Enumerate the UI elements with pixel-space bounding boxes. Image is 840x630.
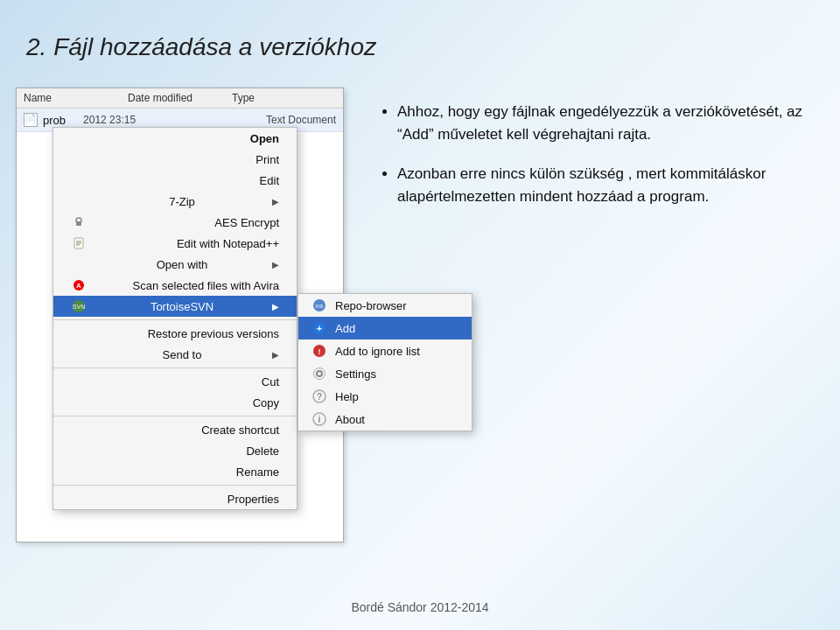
ctx-copy[interactable]: Copy (53, 392, 297, 413)
sub-about[interactable]: i About (298, 408, 472, 430)
svg-point-17 (314, 368, 326, 380)
svg-text:A: A (76, 282, 81, 290)
ctx-avira[interactable]: A Scan selected files with Avira (53, 275, 297, 296)
col-name: Name (24, 92, 128, 104)
ctx-delete[interactable]: Delete (53, 440, 297, 461)
text-panel: Ahhoz, hogy egy fájlnak engedélyezzük a … (376, 101, 822, 224)
separator4 (53, 485, 297, 486)
aes-icon (71, 215, 87, 229)
ctx-openwith[interactable]: Open with ▶ (53, 254, 297, 275)
explorer-header: Name Date modified Type (17, 88, 343, 108)
arrow-icon2: ▶ (272, 260, 279, 270)
svg-text:i: i (318, 415, 321, 424)
col-date: Date modified (128, 92, 232, 104)
tortoise-submenu: RB Repo-browser + Add ! Add to ignore li… (298, 293, 472, 431)
sub-add[interactable]: + Add (298, 317, 472, 340)
sub-add-ignore[interactable]: ! Add to ignore list (298, 340, 472, 362)
open-icon (71, 131, 87, 145)
about-icon: i (311, 412, 328, 426)
7zip-icon (71, 194, 87, 208)
add-icon: + (311, 321, 328, 335)
file-icon: 📄 (24, 113, 38, 127)
settings-icon (311, 367, 328, 381)
openwith-icon (71, 257, 87, 271)
file-date: 2012 23:15 (66, 114, 266, 126)
separator1 (53, 319, 297, 320)
svg-text:+: + (317, 323, 322, 333)
ctx-createshortcut[interactable]: Create shortcut (53, 419, 297, 440)
context-menu: Open Print Edit 7-Zip ▶ AES Encrypt Edit… (52, 127, 298, 510)
svg-text:?: ? (317, 392, 322, 402)
notepad-icon (71, 236, 87, 250)
page-title: 2. Fájl hozzáadása a verziókhoz (26, 33, 376, 61)
rename-icon (71, 465, 87, 479)
delete-icon (71, 444, 87, 458)
avira-icon: A (71, 278, 87, 292)
file-type: Text Document (266, 114, 336, 126)
arrow-icon4: ▶ (272, 350, 279, 360)
restore-icon (71, 326, 87, 340)
repo-icon: RB (311, 298, 328, 312)
print-icon (71, 152, 87, 166)
file-name: prob (43, 114, 66, 127)
ctx-open[interactable]: Open (53, 128, 297, 149)
svg-text:!: ! (318, 347, 321, 356)
ctx-notepad[interactable]: Edit with Notepad++ (53, 233, 297, 254)
sendto-icon (71, 347, 87, 361)
sub-settings[interactable]: Settings (298, 362, 472, 385)
copy-icon (71, 396, 87, 410)
ctx-restore[interactable]: Restore previous versions (53, 323, 297, 344)
ctx-tortoisesvn[interactable]: SVN TortoiseSVN ▶ (53, 296, 297, 317)
help-icon: ? (311, 389, 328, 403)
ctx-properties[interactable]: Properties (53, 488, 297, 509)
tortoise-icon: SVN (71, 299, 87, 313)
svg-text:RB: RB (316, 304, 323, 309)
col-type: Type (232, 92, 336, 104)
sub-help[interactable]: ? Help (298, 385, 472, 408)
ctx-edit[interactable]: Edit (53, 170, 297, 191)
ctx-rename[interactable]: Rename (53, 461, 297, 482)
ctx-sendto[interactable]: Send to ▶ (53, 344, 297, 365)
svg-text:SVN: SVN (73, 304, 85, 310)
sub-repo-browser[interactable]: RB Repo-browser (298, 294, 472, 317)
arrow-icon3: ▶ (272, 302, 279, 312)
ctx-7zip[interactable]: 7-Zip ▶ (53, 191, 297, 212)
shortcut-icon (71, 423, 87, 437)
ignore-icon: ! (311, 344, 328, 358)
ctx-cut[interactable]: Cut (53, 371, 297, 392)
arrow-icon: ▶ (272, 197, 279, 206)
separator2 (53, 368, 297, 368)
svg-point-16 (317, 371, 322, 376)
bullet1: Ahhoz, hogy egy fájlnak engedélyezzük a … (397, 101, 822, 147)
footer: Bordé Sándor 2012-2014 (351, 600, 488, 614)
ctx-aes[interactable]: AES Encrypt (53, 212, 297, 233)
edit-icon (71, 173, 87, 187)
bullet2: Azonban erre nincs külön szükség , mert … (397, 163, 822, 209)
cut-icon (71, 374, 87, 388)
properties-icon (71, 492, 87, 506)
separator3 (53, 416, 297, 416)
ctx-print[interactable]: Print (53, 149, 297, 170)
